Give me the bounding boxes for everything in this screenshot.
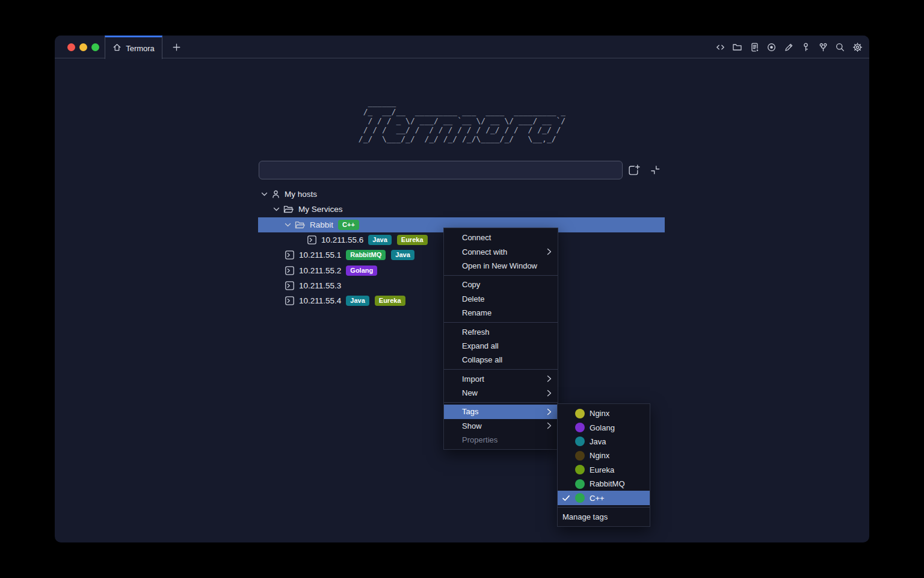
tag-menu-item-nginx[interactable]: Nginx (558, 406, 650, 420)
menu-item-connect-with[interactable]: Connect with (444, 244, 558, 258)
log-icon[interactable] (749, 42, 760, 52)
menu-item-tags[interactable]: Tags (444, 405, 558, 418)
tag-color-dot (575, 479, 585, 489)
tab-termora[interactable]: Termora (105, 36, 162, 59)
tree-label: My hosts (285, 190, 317, 199)
tag-badge: RabbitMQ (346, 250, 386, 260)
close-window-button[interactable] (67, 43, 75, 51)
tree-label: 10.211.55.3 (299, 281, 341, 290)
tag-color-dot (575, 493, 585, 503)
search-input[interactable] (259, 161, 623, 179)
tag-color-dot (575, 423, 585, 432)
tag-color-dot (575, 465, 585, 474)
maximize-window-button[interactable] (91, 43, 99, 51)
submenu-arrow-icon (547, 390, 552, 397)
new-tab-button[interactable] (171, 42, 182, 52)
tag-badge: Eureka (397, 235, 428, 245)
checkmark-icon (562, 495, 575, 502)
tree-row-my-services[interactable]: My Services (258, 202, 665, 217)
tag-color-dot (575, 409, 585, 418)
tag-menu-item-java[interactable]: Java (558, 435, 650, 449)
menu-item-delete[interactable]: Delete (444, 292, 558, 306)
terminal-host-icon (285, 296, 295, 306)
tag-menu-item-nginx-2[interactable]: Nginx (558, 449, 650, 462)
tree-label: 10.211.55.2 (299, 266, 341, 275)
tree-label: 10.211.55.1 (299, 250, 341, 259)
terminal-host-icon (285, 281, 295, 291)
menu-separator (444, 402, 558, 403)
open-folder-icon (295, 220, 306, 229)
tab-label: Termora (126, 44, 155, 53)
tag-badge: Eureka (375, 296, 405, 306)
context-menu: Connect Connect with Open in New Window … (443, 228, 558, 450)
submenu-arrow-icon (547, 422, 552, 429)
title-bar: Termora (55, 36, 869, 58)
terminal-host-icon (285, 266, 295, 276)
user-icon (271, 190, 280, 199)
menu-item-import[interactable]: Import (444, 372, 558, 386)
minimize-window-button[interactable] (79, 43, 87, 51)
tag-badge: Java (391, 250, 414, 260)
menu-item-collapse-all[interactable]: Collapse all (444, 353, 558, 367)
home-icon (112, 43, 122, 54)
menu-item-show[interactable]: Show (444, 419, 558, 433)
keychain-icon[interactable] (818, 42, 828, 52)
termora-window: Termora (55, 36, 869, 542)
traffic-lights (67, 43, 99, 51)
open-folder-icon (283, 205, 294, 214)
chevron-down-icon[interactable] (284, 221, 292, 229)
tree-label: Rabbit (310, 220, 333, 229)
menu-item-rename[interactable]: Rename (444, 306, 558, 320)
tag-menu-item-rabbitmq[interactable]: RabbitMQ (558, 477, 650, 491)
tag-badge: C++ (338, 220, 359, 230)
code-icon[interactable] (715, 42, 725, 52)
edit-icon[interactable] (783, 42, 794, 52)
key-icon[interactable] (801, 42, 812, 52)
tree-label: 10.211.55.4 (299, 296, 341, 305)
record-macro-icon[interactable] (766, 42, 777, 52)
menu-item-refresh[interactable]: Refresh (444, 325, 558, 338)
tree-row-my-hosts[interactable]: My hosts (258, 187, 665, 202)
tag-menu-item-cpp[interactable]: C++ (558, 491, 650, 505)
menu-item-manage-tags[interactable]: Manage tags (558, 510, 650, 524)
menu-item-expand-all[interactable]: Expand all (444, 339, 558, 353)
settings-gear-icon[interactable] (852, 42, 863, 52)
tree-label: 10.211.55.6 (321, 235, 363, 244)
tag-badge: Golang (346, 266, 377, 276)
tags-submenu: Nginx Golang Java Nginx Eureka RabbitMQ … (557, 403, 650, 527)
tag-menu-item-eureka[interactable]: Eureka (558, 463, 650, 477)
folder-icon[interactable] (732, 42, 743, 52)
menu-item-connect[interactable]: Connect (444, 231, 558, 244)
tag-badge: Java (346, 296, 369, 306)
menu-item-copy[interactable]: Copy (444, 278, 558, 291)
menu-item-new[interactable]: New (444, 386, 558, 400)
collapse-all-icon[interactable] (648, 163, 662, 176)
menu-separator (558, 507, 650, 508)
tag-color-dot (575, 451, 585, 461)
ascii-logo: ______ /_ __/__ _________ ___ ____ _____… (359, 98, 565, 143)
terminal-host-icon (285, 250, 295, 260)
add-host-button[interactable] (627, 163, 640, 176)
toolbar (715, 36, 863, 58)
terminal-host-icon (307, 235, 317, 245)
tag-menu-item-golang[interactable]: Golang (558, 420, 650, 434)
tree-label: My Services (298, 205, 343, 214)
menu-item-open-in-new-window[interactable]: Open in New Window (444, 259, 558, 273)
tag-badge: Java (368, 235, 391, 245)
menu-separator (444, 322, 558, 323)
chevron-down-icon[interactable] (260, 190, 268, 198)
menu-separator (444, 275, 558, 276)
chevron-down-icon[interactable] (273, 205, 280, 213)
tag-color-dot (575, 437, 585, 446)
submenu-arrow-icon (547, 248, 552, 255)
search-icon[interactable] (835, 42, 846, 52)
submenu-arrow-icon (547, 375, 552, 382)
menu-item-properties: Properties (444, 433, 558, 447)
menu-separator (444, 369, 558, 370)
submenu-arrow-icon (547, 408, 552, 415)
